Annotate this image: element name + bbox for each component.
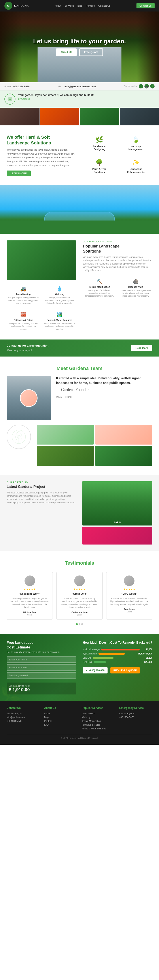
footer-cta-left: Free LandscapeCost Estimate Get an insta… (6, 641, 76, 695)
estimate-name-input[interactable] (6, 656, 76, 663)
estimate-service-input[interactable] (6, 672, 76, 679)
logo-icon: G (5, 2, 13, 10)
team-face (20, 389, 38, 407)
team-quote-col: It started with a simple idea: Deliver q… (56, 376, 153, 398)
footer-contact-list: 123 5th Ave, NY info@gardena.com +00 123… (6, 712, 40, 723)
testimonial-card-2: ★★★★★ "Great One" Thank you so much for … (56, 572, 102, 620)
cost-title: How Much Does It Cost To Remodel Backyar… (83, 641, 153, 645)
gallery-item-3 (80, 108, 119, 126)
cta-subtext: We're ready to serve you! (6, 349, 31, 352)
testimonial-avatar-2 (74, 576, 85, 586)
ponds-icon: 🏞️ (44, 312, 75, 318)
footer-emergency-phone: +00 1234 5678 (119, 716, 153, 719)
team-author: Olivia — Founder (56, 396, 153, 398)
team-photo-2 (95, 425, 153, 445)
footer-about-link-3[interactable]: Portfolio (44, 720, 52, 722)
cost-typical-bar-wrap (99, 652, 136, 655)
footer-about-link-4[interactable]: FAQ (44, 724, 49, 726)
logo-text: GARDENA (14, 4, 29, 8)
proj-dot-1[interactable] (114, 522, 115, 523)
free-quote-button[interactable]: Free Quote (79, 48, 103, 56)
hero-content: Let us bring life to your garden. About … (33, 38, 126, 56)
learn-more-button[interactable]: LEARN MORE (6, 170, 31, 176)
footer-service-4: Pathways & Patios (82, 723, 115, 727)
test-dot-3[interactable] (81, 623, 83, 625)
service-label-management: LandscapeManagement (121, 145, 151, 151)
contact-button[interactable]: Contact Us (137, 3, 154, 8)
cta-read-more-button[interactable]: Read More (131, 345, 153, 351)
email-info: Mail: info@gardena-themes.com (58, 84, 96, 88)
team-photo-4 (95, 446, 153, 466)
footer-about-link-2[interactable]: Blog (44, 716, 49, 719)
footer-service-link-5[interactable]: Ponds & Water Features (82, 727, 106, 730)
team-photos-grid (37, 425, 153, 466)
twitter-icon[interactable]: t (150, 84, 154, 89)
solution-terrain: ⛏️ Terrain Modification Many types of so… (83, 277, 116, 300)
lawn-desc: We give regular cutting of lawns of diff… (8, 296, 39, 305)
projects-section: Our Portfolio Latest Gardena Project We … (0, 475, 159, 551)
footer-cta-right: How Much Does It Cost To Remodel Backyar… (83, 641, 153, 695)
phone-button[interactable]: +1 (800) 456 889 (83, 667, 107, 673)
footer-service-2: Watering (82, 716, 115, 719)
testimonial-avatar-3 (124, 576, 134, 586)
footer-grid: Contact Us 123 5th Ave, NY info@gardena.… (6, 706, 153, 730)
enhancements-icon: ✨ (121, 159, 151, 166)
footer-about-link-1[interactable]: About (44, 713, 50, 715)
test-stars-3: ★★★★★ (110, 588, 149, 591)
facebook-icon[interactable]: f (139, 84, 143, 89)
project-nav (114, 522, 121, 523)
phone-value: +00 1234 5678 (13, 85, 30, 88)
test-text-2: Thank you so much for the amazing additi… (60, 597, 99, 609)
test-dot-2[interactable] (79, 623, 80, 625)
testimonial-dots (6, 623, 153, 625)
intro-heading: Your garden, if you can dream it, we can… (18, 94, 94, 97)
request-quote-button[interactable]: REQUEST A QUOTE (110, 667, 140, 673)
testimonial-card-1: ★★★★★ "Excellent Work" This company help… (6, 572, 53, 620)
footer-service-link-1[interactable]: Lawn Mowing (82, 713, 95, 715)
nav-services[interactable]: Services (65, 5, 74, 7)
popular-main-image (6, 240, 76, 280)
main-nav: About Services Blog Portfolio Contact Us (55, 5, 110, 7)
nav-about[interactable]: About (55, 5, 61, 7)
footer-copyright: © 2024 Gardena. All Rights Reserved. (6, 737, 153, 739)
proj-dot-3[interactable] (119, 522, 121, 523)
water-desc: Design, installation and maintenance of … (44, 296, 75, 305)
popular-label: Our Popular Works (83, 240, 153, 243)
footer-service-link-2[interactable]: Watering (82, 716, 91, 719)
proj-dot-2[interactable] (116, 522, 118, 523)
nav-portfolio[interactable]: Portfolio (86, 5, 95, 7)
about-button[interactable]: About Us (56, 48, 77, 56)
test-dot-1[interactable] (76, 623, 78, 625)
estimate-email-input[interactable] (6, 664, 76, 671)
footer-emergency-1: Call us anytime (119, 712, 153, 716)
team-logo-circle (6, 425, 31, 449)
cta-text: Contact us for a free quotation. We're r… (6, 344, 49, 352)
footer-services-list: Lawn Mowing Watering Terrain Modificatio… (82, 712, 115, 730)
footer-emergency: Emergency Service Call us anytime +00 12… (119, 706, 153, 730)
nav-contact[interactable]: Contact Us (98, 5, 110, 7)
service-label-designing: LandscapeDesigning (85, 145, 114, 151)
footer-email-link[interactable]: info@gardena.com (6, 716, 25, 719)
footer-service-link-4[interactable]: Pathways & Patios (82, 724, 100, 726)
team-signature: — Gardena Founder (56, 388, 153, 392)
instagram-icon[interactable]: 📷 (145, 84, 149, 89)
footer-about-title: About Us (44, 706, 77, 710)
nav-blog[interactable]: Blog (77, 5, 82, 7)
intro-author: By Gardena (18, 97, 94, 101)
projects-label: Our Portfolio (6, 481, 77, 484)
landscape-hero-image (0, 185, 159, 234)
water-icon: 💧 (44, 286, 75, 292)
header: G GARDENA About Services Blog Portfolio … (0, 0, 159, 11)
testimonial-avatar-1 (25, 576, 35, 586)
plant-tree-icon: 🌳 (85, 159, 114, 166)
footer-service-link-3[interactable]: Terrain Modification (82, 720, 101, 722)
pathways-desc: We specialize in placing tiles and lands… (8, 322, 39, 331)
cta-buttons: +1 (800) 456 889 REQUEST A QUOTE (83, 665, 153, 673)
footer-about-3: Portfolio (44, 719, 77, 723)
footer: Contact Us 123 5th Ave, NY info@gardena.… (0, 701, 159, 745)
hero-right-tree (137, 11, 159, 82)
services-heading: We offer Hard & Soft Landscape Solutions (6, 134, 76, 146)
test-name-1: Michael Doe (10, 611, 49, 614)
service-item-plant-tree: 🌳 Plant & TreeSolutions (83, 157, 116, 176)
gallery-item-2 (40, 108, 80, 126)
